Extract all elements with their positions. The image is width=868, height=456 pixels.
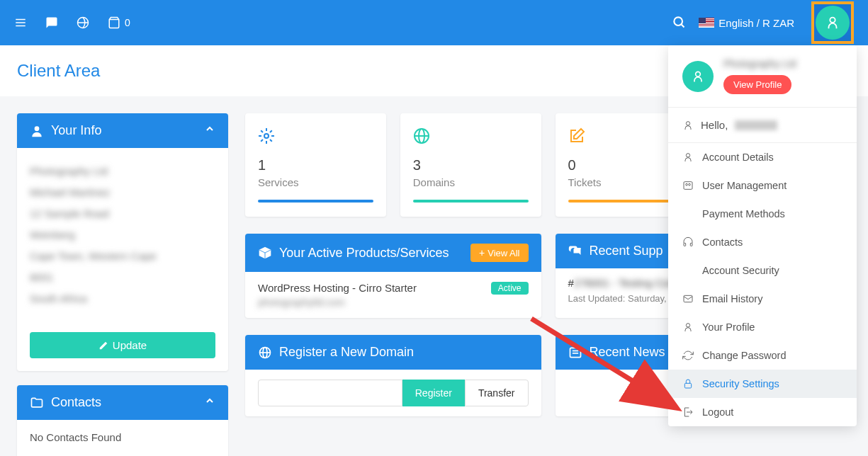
gear-icon xyxy=(258,127,275,144)
dropdown-item-user-management[interactable]: User Management xyxy=(668,171,857,200)
dropdown-item-logout[interactable]: Logout xyxy=(668,398,857,426)
globe-icon xyxy=(258,346,272,360)
svg-point-7 xyxy=(830,18,835,23)
folder-icon xyxy=(30,396,44,410)
edit-icon xyxy=(568,127,585,144)
flag-icon xyxy=(699,18,714,28)
dropdown-hello: Hello, xyxy=(668,108,857,143)
svg-rect-25 xyxy=(684,243,686,246)
language-selector[interactable]: English / R ZAR xyxy=(699,17,794,29)
svg-point-23 xyxy=(686,183,688,186)
pencil-icon xyxy=(98,341,108,350)
dropdown-item-email-history[interactable]: Email History xyxy=(668,285,857,313)
stat-services[interactable]: 1 Services xyxy=(245,113,386,217)
svg-rect-29 xyxy=(684,383,691,388)
svg-point-20 xyxy=(686,121,689,125)
cube-icon xyxy=(258,246,272,260)
chat-icon[interactable] xyxy=(45,16,58,29)
domain-input[interactable] xyxy=(258,380,402,406)
status-badge: Active xyxy=(491,282,529,295)
svg-point-19 xyxy=(696,72,701,76)
svg-point-5 xyxy=(675,17,683,25)
update-button[interactable]: Update xyxy=(30,332,215,358)
svg-rect-26 xyxy=(690,243,692,246)
cart-count: 0 xyxy=(125,17,130,28)
user-icon xyxy=(682,120,694,131)
svg-point-24 xyxy=(689,183,691,186)
chevron-up-icon[interactable] xyxy=(204,395,215,410)
cart-button[interactable]: 0 xyxy=(108,16,130,29)
news-icon xyxy=(568,346,582,360)
dropdown-item-change-password[interactable]: Change Password xyxy=(668,341,857,370)
register-domain-panel: Register a New Domain Register Transfer xyxy=(245,335,541,416)
dropdown-item-contacts[interactable]: Contacts xyxy=(668,228,857,256)
dropdown-item-account-details[interactable]: Account Details xyxy=(668,143,857,171)
view-all-button[interactable]: +View All xyxy=(470,244,528,262)
view-profile-button[interactable]: View Profile xyxy=(723,75,791,94)
user-icon xyxy=(30,124,44,138)
svg-point-21 xyxy=(686,154,689,157)
contacts-empty: No Contacts Found xyxy=(17,420,228,455)
menu-icon[interactable] xyxy=(14,16,27,29)
account-dropdown: Photography Ltd View Profile Hello, Acco… xyxy=(668,45,857,426)
search-icon[interactable] xyxy=(672,15,686,31)
register-button[interactable]: Register xyxy=(402,380,465,406)
topbar: 0 English / R ZAR xyxy=(0,0,868,45)
dropdown-avatar xyxy=(682,61,714,92)
active-products-panel: Your Active Products/Services +View All … xyxy=(245,234,541,318)
your-info-panel: Your Info Photography Ltd Michael Martin… xyxy=(17,113,228,371)
contacts-panel: Contacts No Contacts Found New Contact..… xyxy=(17,385,228,456)
svg-line-6 xyxy=(682,24,684,27)
your-info-body: Photography Ltd Michael Martinez 12 Samp… xyxy=(17,148,228,322)
dropdown-item-security-settings[interactable]: Security Settings xyxy=(668,370,857,398)
dropdown-item-payment-methods[interactable]: Payment Methods xyxy=(668,200,857,228)
svg-point-9 xyxy=(264,134,269,138)
dropdown-item-your-profile[interactable]: Your Profile xyxy=(668,313,857,341)
globe-icon[interactable] xyxy=(77,16,89,29)
svg-rect-27 xyxy=(684,295,692,302)
avatar-button[interactable] xyxy=(816,6,850,40)
globe-icon xyxy=(413,127,430,144)
chevron-up-icon[interactable] xyxy=(204,123,215,138)
svg-point-28 xyxy=(686,324,689,327)
transfer-button[interactable]: Transfer xyxy=(465,380,529,406)
comments-icon xyxy=(568,244,582,258)
dropdown-item-account-security[interactable]: Account Security xyxy=(668,256,857,285)
stat-domains[interactable]: 3 Domains xyxy=(400,113,541,217)
avatar-highlight xyxy=(811,1,854,44)
product-name[interactable]: WordPress Hosting - Cirro Starter xyxy=(258,282,417,294)
svg-point-8 xyxy=(35,126,40,131)
svg-rect-22 xyxy=(684,182,692,190)
